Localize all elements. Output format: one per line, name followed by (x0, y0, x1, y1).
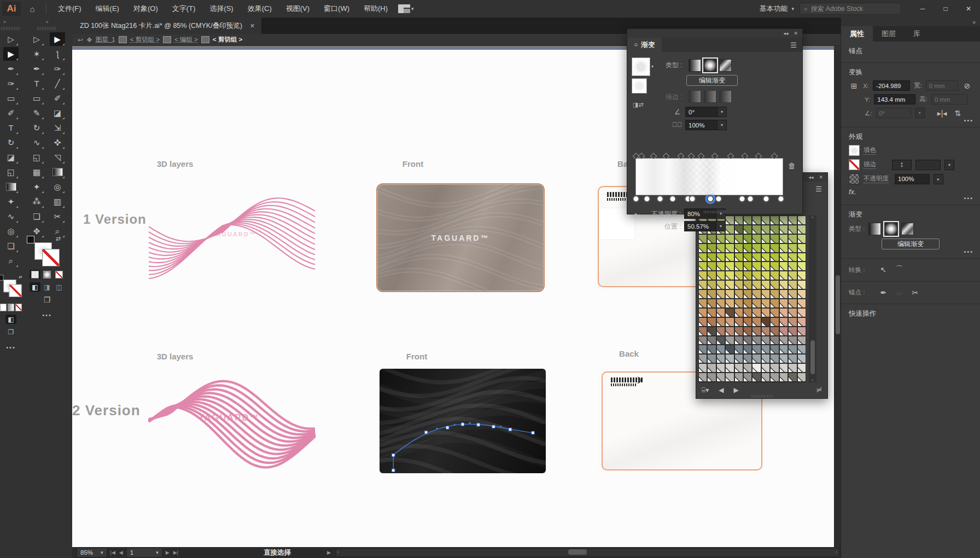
color-swatch[interactable] (743, 363, 752, 373)
direct-selection-tool[interactable]: ▶ (50, 32, 65, 46)
color-button[interactable] (31, 271, 39, 278)
color-swatch[interactable] (752, 289, 761, 299)
color-swatch[interactable] (770, 280, 779, 289)
freeform-gradient-button[interactable] (901, 223, 914, 235)
color-swatch[interactable] (788, 363, 797, 373)
menu-帮助H[interactable]: 帮助(H) (358, 2, 394, 16)
shape-builder-tool[interactable]: ◱ (29, 150, 44, 164)
color-swatch[interactable] (716, 243, 725, 253)
angle-input[interactable]: 0° (685, 107, 720, 117)
aspect-ratio-input[interactable]: 100% (685, 120, 720, 130)
color-swatch[interactable] (752, 243, 761, 253)
color-swatch[interactable] (770, 354, 779, 363)
color-swatch[interactable] (698, 289, 707, 299)
color-swatch[interactable] (770, 336, 779, 345)
color-swatch[interactable] (797, 216, 806, 225)
color-swatch[interactable] (743, 225, 752, 234)
color-swatch[interactable] (698, 299, 707, 308)
color-swatch[interactable] (788, 336, 797, 345)
color-mode-strip[interactable] (0, 304, 22, 311)
color-swatch[interactable] (761, 261, 770, 271)
chevron-down-icon[interactable]: ▾ (716, 208, 726, 219)
color-swatch[interactable] (698, 280, 707, 289)
chevron-down-icon[interactable]: ▾ (717, 120, 727, 130)
chevron-down-icon[interactable]: ▾ (716, 221, 726, 231)
breadcrumb-item[interactable]: < 剪切组 > (213, 36, 242, 44)
linear-gradient-button[interactable] (689, 59, 701, 72)
color-swatch[interactable] (698, 363, 707, 373)
gradient-stop[interactable] (762, 195, 769, 202)
color-swatch[interactable] (734, 289, 743, 299)
color-swatch[interactable] (797, 308, 806, 317)
color-swatch[interactable] (797, 345, 806, 354)
stroke-swatch[interactable] (42, 249, 60, 266)
cut-path-icon[interactable]: ✂ (909, 288, 921, 297)
color-swatch[interactable] (716, 345, 725, 354)
color-swatch[interactable] (770, 234, 779, 243)
color-swatch[interactable] (698, 243, 707, 253)
color-swatch[interactable] (779, 243, 788, 253)
color-swatch[interactable] (761, 299, 770, 308)
color-swatch[interactable] (725, 216, 734, 225)
color-swatch[interactable] (734, 225, 743, 234)
color-swatch[interactable] (743, 317, 752, 327)
color-swatch[interactable] (698, 317, 707, 327)
status-expand-icon[interactable]: ▶ (327, 550, 331, 555)
drawing-mode-icon[interactable]: ◧ (5, 315, 16, 324)
color-swatch[interactable] (707, 243, 716, 253)
color-swatch[interactable] (734, 373, 743, 382)
home-icon[interactable]: ⌂ (24, 4, 40, 14)
gradient-stop[interactable] (657, 195, 664, 202)
color-swatch[interactable] (761, 271, 770, 280)
fx-effects-icon[interactable]: fx. (849, 188, 856, 196)
scale-tool[interactable]: ⇲ (50, 121, 65, 135)
scroll-down-icon[interactable]: ⌄ (810, 377, 814, 382)
color-swatch[interactable] (797, 243, 806, 253)
color-swatch[interactable] (770, 225, 779, 234)
color-swatch[interactable] (788, 317, 797, 327)
color-swatch[interactable] (770, 327, 779, 336)
blend-tool[interactable]: ◎ (3, 224, 19, 238)
color-swatch[interactable] (761, 363, 770, 373)
color-swatch[interactable] (743, 253, 752, 262)
color-swatch[interactable] (797, 234, 806, 243)
x-input[interactable]: -204.989 (873, 80, 910, 91)
prev-artboard-icon[interactable]: ◀ (119, 550, 123, 555)
stroke-swatch[interactable] (9, 284, 22, 297)
color-swatch[interactable] (761, 234, 770, 243)
color-swatch[interactable] (716, 299, 725, 308)
remove-anchor-icon[interactable]: ⌓ (893, 288, 905, 297)
eyedropper-icon[interactable]: ✎̷ (634, 212, 640, 220)
gradient-button[interactable] (43, 271, 51, 278)
freeform-gradient-button[interactable] (719, 59, 732, 72)
color-swatch[interactable] (779, 253, 788, 262)
fill-label[interactable]: 填色 (864, 146, 876, 155)
color-swatch[interactable] (743, 299, 752, 308)
color-swatch[interactable] (779, 299, 788, 308)
maximize-button[interactable]: □ (934, 1, 957, 17)
selection-tool[interactable]: ▷ (29, 32, 44, 46)
paintbrush-tool[interactable]: ✐ (3, 106, 19, 120)
minimize-button[interactable]: ─ (911, 1, 934, 17)
color-swatch[interactable] (725, 336, 734, 345)
tab-close-icon[interactable]: ✕ (250, 22, 255, 30)
color-swatch[interactable] (734, 216, 743, 225)
color-swatch[interactable] (716, 363, 725, 373)
menu-文字T[interactable]: 文字(T) (166, 2, 202, 16)
vertical-scroll-thumb[interactable] (836, 275, 840, 334)
width-tool[interactable]: ∿ (29, 136, 44, 149)
color-swatch[interactable] (734, 253, 743, 262)
color-swatch[interactable] (797, 299, 806, 308)
color-swatch[interactable] (761, 225, 770, 234)
magic-wand-tool[interactable]: ✶ (29, 47, 44, 61)
edit-gradient-button[interactable]: 编辑渐变 (882, 239, 940, 249)
artboard-navigation-select[interactable]: 1 ▾ (126, 548, 162, 557)
fill-swatch[interactable] (849, 145, 860, 156)
chevron-down-icon[interactable]: ▾ (944, 160, 954, 170)
color-swatch[interactable] (752, 280, 761, 289)
color-swatch[interactable] (752, 299, 761, 308)
shaper-tool[interactable]: ✎ (29, 106, 44, 120)
color-swatch[interactable] (770, 289, 779, 299)
direct-selection-tool[interactable]: ▶ (3, 47, 19, 61)
radial-gradient-button[interactable] (885, 223, 897, 235)
